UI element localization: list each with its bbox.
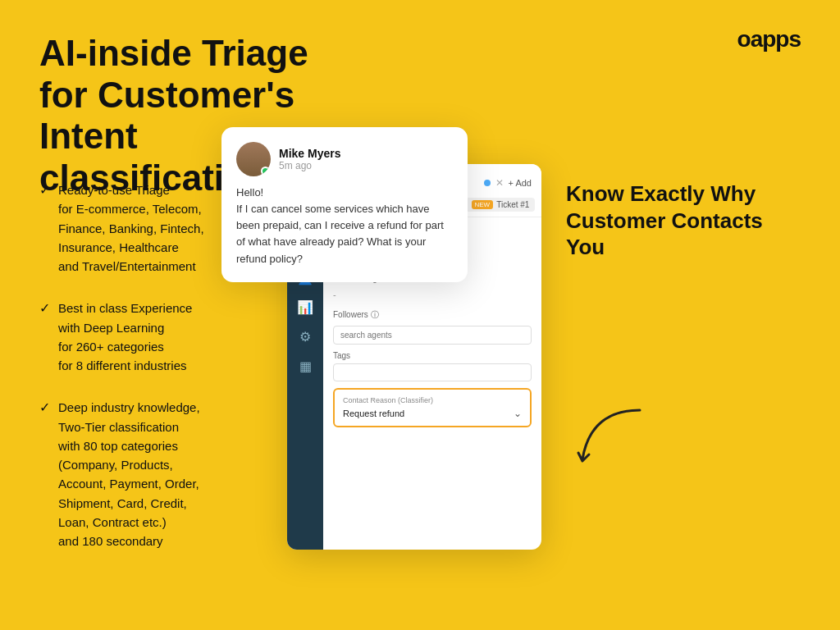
feature-text-2: Best in class Experiencewith Deep Learni… [58, 299, 192, 375]
chevron-down-icon[interactable]: ⌄ [514, 408, 522, 419]
chat-bubble: Mike Myers 5m ago Hello!If I can cancel … [221, 127, 468, 282]
tags-label: Tags [333, 351, 532, 360]
close-icon[interactable]: ✕ [495, 177, 504, 189]
feature-list: ✓ Ready-to-use Triagefor E-commerce, Tel… [39, 180, 204, 573]
feature-item-1: ✓ Ready-to-use Triagefor E-commerce, Tel… [39, 180, 204, 276]
feature-item-2: ✓ Best in class Experiencewith Deep Lear… [39, 299, 204, 375]
chat-user-row: Mike Myers 5m ago [236, 142, 453, 176]
tab-ticket[interactable]: NEW Ticket #1 [466, 198, 536, 212]
tags-field[interactable] [333, 363, 532, 381]
feature-item-3: ✓ Deep industry knowledge,Two-Tier class… [39, 398, 204, 550]
followers-label: Followers ⓘ [333, 309, 532, 321]
add-button[interactable]: + Add [509, 178, 532, 188]
classifier-label: Contact Reason (Classifier) [343, 396, 522, 404]
followers-info-icon: ⓘ [371, 310, 379, 319]
chat-message: Hello!If I can cancel some services whic… [236, 185, 453, 267]
new-badge: NEW [472, 200, 494, 209]
brand-logo: oapps [737, 26, 801, 52]
sidebar-settings-icon[interactable]: ⚙ [292, 323, 318, 349]
checkmark-icon-1: ✓ [39, 182, 50, 198]
online-status-dot [261, 167, 270, 176]
sidebar-grid-icon[interactable]: ▦ [292, 353, 318, 379]
arrow-decoration [574, 402, 656, 471]
chat-user-info: Mike Myers 5m ago [279, 147, 340, 171]
classifier-box: Contact Reason (Classifier) Request refu… [333, 388, 532, 427]
status-dot [484, 180, 491, 186]
feature-text-1: Ready-to-use Triagefor E-commerce, Telec… [58, 180, 204, 276]
assignee-value: - [333, 286, 532, 303]
feature-text-3: Deep industry knowledge,Two-Tier classif… [58, 398, 200, 550]
chat-time: 5m ago [279, 160, 340, 171]
logo-area: oapps [737, 26, 801, 52]
sidebar-chart-icon[interactable]: 📊 [292, 294, 318, 320]
chat-user-name: Mike Myers [279, 147, 340, 160]
classifier-value: Request refund [343, 409, 404, 418]
followers-search-input[interactable] [333, 326, 532, 345]
right-headline-area: Know Exactly WhyCustomer Contacts You [566, 180, 804, 261]
chat-avatar [236, 142, 271, 176]
tab-ticket-label: Ticket #1 [496, 200, 529, 209]
top-actions: ✕ + Add [484, 177, 532, 189]
checkmark-icon-3: ✓ [39, 399, 50, 415]
classifier-value-row: Request refund ⌄ [343, 408, 522, 419]
checkmark-icon-2: ✓ [39, 300, 50, 316]
right-headline: Know Exactly WhyCustomer Contacts You [566, 180, 804, 261]
